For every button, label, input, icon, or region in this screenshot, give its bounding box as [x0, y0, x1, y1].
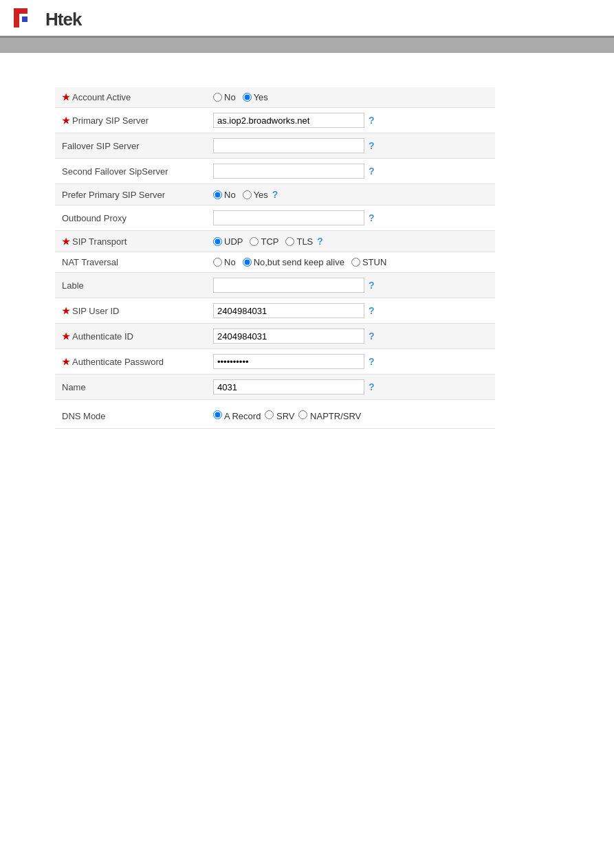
value-cell-account-active: No Yes — [206, 87, 495, 108]
help-icon-name[interactable]: ? — [369, 381, 375, 392]
form-row-nat-traversal: NAT Traversal No No,but send keep alive … — [55, 252, 495, 273]
radio-input-account-active-yes[interactable] — [243, 93, 252, 102]
value-cell-prefer-primary-sip-server: No Yes? — [206, 184, 495, 205]
form-row-dns-mode: DNS Mode A Record SRV NAPTR/SRV — [55, 400, 495, 429]
form-row-authenticate-id: ★Authenticate ID? — [55, 324, 495, 349]
input-name[interactable] — [213, 379, 364, 394]
form-row-outbound-proxy: Outbound Proxy? — [55, 205, 495, 231]
help-icon-authenticate-id[interactable]: ? — [369, 331, 375, 342]
help-icon-failover-sip-server[interactable]: ? — [369, 140, 375, 151]
radio-input-sip-transport-udp[interactable] — [213, 237, 222, 246]
required-star-authenticate-password: ★ — [62, 357, 70, 367]
help-icon-prefer-primary-sip-server[interactable]: ? — [272, 189, 278, 200]
help-icon-primary-sip-server[interactable]: ? — [369, 115, 375, 126]
radio-label-nat-traversal-no-but-send-keep-alive[interactable]: No,but send keep alive — [243, 257, 344, 267]
input-authenticate-password[interactable] — [213, 354, 364, 369]
form-row-second-failover-sip-server: Second Failover SipServer? — [55, 159, 495, 184]
label-text-prefer-primary-sip-server: Prefer Primary SIP Server — [62, 190, 165, 200]
radio-group-dns-mode: A Record SRV NAPTR/SRV — [213, 410, 488, 421]
label-sip-transport: ★SIP Transport — [55, 231, 206, 252]
radio-label-nat-traversal-stun[interactable]: STUN — [351, 257, 386, 267]
label-text-authenticate-password: Authenticate Password — [72, 357, 164, 367]
value-cell-outbound-proxy: ? — [206, 205, 495, 231]
label-dns-mode: DNS Mode — [55, 400, 206, 429]
label-text-second-failover-sip-server: Second Failover SipServer — [62, 166, 168, 177]
form-row-authenticate-password: ★Authenticate Password? — [55, 349, 495, 375]
form-row-prefer-primary-sip-server: Prefer Primary SIP Server No Yes? — [55, 184, 495, 205]
label-account-active: ★Account Active — [55, 87, 206, 108]
value-cell-authenticate-id: ? — [206, 324, 495, 349]
svg-rect-2 — [22, 16, 28, 22]
label-prefer-primary-sip-server: Prefer Primary SIP Server — [55, 184, 206, 205]
help-icon-second-failover-sip-server[interactable]: ? — [369, 166, 375, 177]
value-cell-nat-traversal: No No,but send keep alive STUN — [206, 252, 495, 273]
radio-label-dns-a-record[interactable]: A Record — [213, 410, 261, 421]
help-icon-outbound-proxy[interactable]: ? — [369, 212, 375, 223]
radio-input-dns-srv[interactable] — [265, 410, 274, 419]
radio-input-prefer-primary-sip-server-no[interactable] — [213, 190, 222, 199]
label-text-outbound-proxy: Outbound Proxy — [62, 213, 127, 223]
radio-group-sip-transport: UDP TCP TLS — [213, 236, 313, 247]
label-lable: Lable — [55, 273, 206, 298]
label-name: Name — [55, 375, 206, 400]
input-sip-user-id[interactable] — [213, 303, 364, 318]
required-star-sip-transport: ★ — [62, 236, 70, 247]
radio-label-sip-transport-udp[interactable]: UDP — [213, 236, 243, 247]
radio-input-dns-a-record[interactable] — [213, 410, 222, 419]
help-icon-lable[interactable]: ? — [369, 280, 375, 291]
radio-label-prefer-primary-sip-server-no[interactable]: No — [213, 190, 236, 200]
label-text-sip-user-id: SIP User ID — [72, 306, 119, 316]
label-outbound-proxy: Outbound Proxy — [55, 205, 206, 231]
radio-label-prefer-primary-sip-server-yes[interactable]: Yes — [243, 190, 268, 200]
radio-label-nat-traversal-no[interactable]: No — [213, 257, 236, 267]
input-failover-sip-server[interactable] — [213, 138, 364, 153]
value-cell-primary-sip-server: ? — [206, 108, 495, 133]
value-cell-authenticate-password: ? — [206, 349, 495, 375]
radio-label-dns-naptr-srv[interactable]: NAPTR/SRV — [298, 410, 361, 421]
label-authenticate-password: ★Authenticate Password — [55, 349, 206, 375]
form-table: ★Account Active No Yes★Primary SIP Serve… — [55, 87, 495, 429]
radio-label-account-active-yes[interactable]: Yes — [243, 92, 268, 102]
help-icon-sip-transport[interactable]: ? — [317, 236, 323, 247]
value-cell-sip-transport: UDP TCP TLS? — [206, 231, 495, 252]
radio-input-sip-transport-tcp[interactable] — [250, 237, 259, 246]
required-star-primary-sip-server: ★ — [62, 115, 70, 126]
form-row-name: Name? — [55, 375, 495, 400]
radio-group-account-active: No Yes — [213, 92, 268, 102]
label-nat-traversal: NAT Traversal — [55, 252, 206, 273]
value-cell-sip-user-id: ? — [206, 298, 495, 324]
value-cell-failover-sip-server: ? — [206, 133, 495, 159]
input-outbound-proxy[interactable] — [213, 210, 364, 225]
radio-label-sip-transport-tcp[interactable]: TCP — [250, 236, 278, 247]
form-row-sip-transport: ★SIP Transport UDP TCP TLS? — [55, 231, 495, 252]
form-row-failover-sip-server: Failover SIP Server? — [55, 133, 495, 159]
radio-input-nat-traversal-stun[interactable] — [351, 258, 360, 267]
help-icon-authenticate-password[interactable]: ? — [369, 356, 375, 367]
form-row-lable: Lable? — [55, 273, 495, 298]
help-icon-sip-user-id[interactable]: ? — [369, 305, 375, 316]
label-text-account-active: Account Active — [72, 92, 131, 102]
radio-input-account-active-no[interactable] — [213, 93, 222, 102]
input-authenticate-id[interactable] — [213, 329, 364, 344]
value-cell-dns-mode: A Record SRV NAPTR/SRV — [206, 400, 495, 429]
label-failover-sip-server: Failover SIP Server — [55, 133, 206, 159]
radio-input-sip-transport-tls[interactable] — [285, 237, 294, 246]
form-row-account-active: ★Account Active No Yes — [55, 87, 495, 108]
input-second-failover-sip-server[interactable] — [213, 164, 364, 179]
radio-label-dns-srv[interactable]: SRV — [265, 410, 294, 421]
required-star-sip-user-id: ★ — [62, 306, 70, 316]
radio-input-dns-naptr-srv[interactable] — [298, 410, 307, 419]
input-lable[interactable] — [213, 278, 364, 293]
radio-label-sip-transport-tls[interactable]: TLS — [285, 236, 313, 247]
label-text-name: Name — [62, 382, 86, 392]
radio-input-prefer-primary-sip-server-yes[interactable] — [243, 190, 252, 199]
logo-svg — [14, 8, 47, 30]
label-text-lable: Lable — [62, 280, 84, 291]
radio-input-nat-traversal-no[interactable] — [213, 258, 222, 267]
radio-label-account-active-no[interactable]: No — [213, 92, 236, 102]
radio-group-prefer-primary-sip-server: No Yes — [213, 190, 268, 200]
radio-input-nat-traversal-no-but-send-keep-alive[interactable] — [243, 258, 252, 267]
label-text-authenticate-id: Authenticate ID — [72, 331, 133, 342]
input-primary-sip-server[interactable] — [213, 113, 364, 128]
label-text-primary-sip-server: Primary SIP Server — [72, 115, 149, 126]
